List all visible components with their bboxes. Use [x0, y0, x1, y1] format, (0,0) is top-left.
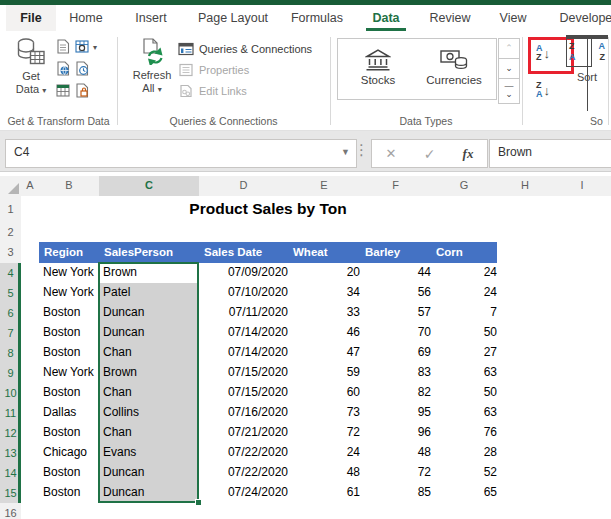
cell-F16[interactable] [360, 503, 432, 519]
table-cell-F5[interactable]: 56 [360, 283, 437, 304]
table-cell-B4[interactable]: New York [39, 263, 104, 284]
cell-E16[interactable] [288, 503, 361, 519]
table-cell-C11[interactable]: Collins [99, 403, 204, 424]
cell-H8[interactable] [497, 343, 554, 364]
table-cell-E13[interactable]: 24 [288, 443, 366, 464]
select-all-button[interactable] [0, 176, 22, 197]
table-cell-G12[interactable]: 76 [431, 423, 503, 444]
table-cell-D10[interactable]: 07/15/2020 [199, 383, 294, 404]
cell-I10[interactable] [553, 383, 611, 404]
table-cell-D8[interactable]: 07/14/2020 [199, 343, 294, 364]
cell-H9[interactable] [497, 363, 554, 384]
cell-H12[interactable] [497, 423, 554, 444]
table-cell-G4[interactable]: 24 [431, 263, 503, 284]
table-cell-F14[interactable]: 72 [360, 463, 437, 484]
table-cell-B15[interactable]: Boston [39, 483, 104, 504]
table-cell-D15[interactable]: 07/24/2020 [199, 483, 294, 504]
table-cell-B8[interactable]: Boston [39, 343, 104, 364]
table-cell-G14[interactable]: 52 [431, 463, 503, 484]
cell-A2[interactable] [21, 222, 40, 243]
fill-handle[interactable] [195, 499, 202, 506]
column-header-G[interactable]: G [431, 176, 498, 197]
cell-C16[interactable] [99, 503, 200, 519]
table-cell-D7[interactable]: 07/14/2020 [199, 323, 294, 344]
table-cell-F13[interactable]: 48 [360, 443, 437, 464]
cell-A3[interactable] [21, 242, 40, 264]
cell-I13[interactable] [553, 443, 611, 464]
cell-A16[interactable] [21, 503, 40, 519]
table-cell-F8[interactable]: 69 [360, 343, 437, 364]
cell-B2[interactable] [39, 222, 100, 243]
table-cell-B11[interactable]: Dallas [39, 403, 104, 424]
cell-A6[interactable] [21, 303, 40, 324]
cell-H3[interactable] [497, 242, 554, 264]
table-cell-B6[interactable]: Boston [39, 303, 104, 324]
table-cell-D4[interactable]: 07/09/2020 [199, 263, 294, 284]
table-cell-G11[interactable]: 63 [431, 403, 503, 424]
table-cell-B7[interactable]: Boston [39, 323, 104, 344]
table-cell-C5[interactable]: Patel [99, 283, 204, 304]
cell-I9[interactable] [553, 363, 611, 384]
cell-A13[interactable] [21, 443, 40, 464]
cell-H5[interactable] [497, 283, 554, 304]
table-cell-C13[interactable]: Evans [99, 443, 204, 464]
table-cell-F4[interactable]: 44 [360, 263, 437, 284]
table-cell-G7[interactable]: 50 [431, 323, 503, 344]
cell-D16[interactable] [199, 503, 289, 519]
table-cell-B13[interactable]: Chicago [39, 443, 104, 464]
column-header-D[interactable]: D [199, 176, 289, 197]
table-cell-C9[interactable]: Brown [99, 363, 204, 384]
cell-C2[interactable] [99, 222, 200, 243]
cell-A8[interactable] [21, 343, 40, 364]
table-cell-E7[interactable]: 46 [288, 323, 366, 344]
table-cell-C12[interactable]: Chan [99, 423, 204, 444]
table-cell-E6[interactable]: 33 [288, 303, 366, 324]
table-cell-C7[interactable]: Duncan [99, 323, 204, 344]
table-header-cell-F3[interactable]: Barley [360, 242, 437, 264]
cell-A14[interactable] [21, 463, 40, 484]
cell-H13[interactable] [497, 443, 554, 464]
table-cell-D9[interactable]: 07/15/2020 [199, 363, 294, 384]
cell-H14[interactable] [497, 463, 554, 484]
table-cell-F10[interactable]: 82 [360, 383, 437, 404]
cell-I15[interactable] [553, 483, 611, 504]
cell-D2[interactable] [199, 222, 289, 243]
table-cell-G5[interactable]: 24 [431, 283, 503, 304]
cell-G16[interactable] [431, 503, 498, 519]
cell-H6[interactable] [497, 303, 554, 324]
cell-I16[interactable] [553, 503, 611, 519]
table-cell-D5[interactable]: 07/10/2020 [199, 283, 294, 304]
cell-F2[interactable] [360, 222, 432, 243]
table-cell-E14[interactable]: 48 [288, 463, 366, 484]
table-cell-B10[interactable]: Boston [39, 383, 104, 404]
cell-H16[interactable] [497, 503, 554, 519]
cell-A1[interactable] [21, 196, 40, 223]
table-cell-G8[interactable]: 27 [431, 343, 503, 364]
table-header-cell-E3[interactable]: Wheat [288, 242, 366, 264]
cell-I7[interactable] [553, 323, 611, 344]
table-cell-E10[interactable]: 60 [288, 383, 366, 404]
table-cell-C6[interactable]: Duncan [99, 303, 204, 324]
table-cell-G13[interactable]: 28 [431, 443, 503, 464]
cell-A7[interactable] [21, 323, 40, 344]
table-cell-E12[interactable]: 72 [288, 423, 366, 444]
column-header-F[interactable]: F [360, 176, 432, 197]
cell-E2[interactable] [288, 222, 361, 243]
table-cell-E15[interactable]: 61 [288, 483, 366, 504]
cell-H2[interactable] [497, 222, 554, 243]
cell-I5[interactable] [553, 283, 611, 304]
table-cell-F11[interactable]: 95 [360, 403, 437, 424]
table-cell-C8[interactable]: Chan [99, 343, 204, 364]
table-cell-F15[interactable]: 85 [360, 483, 437, 504]
cell-I12[interactable] [553, 423, 611, 444]
cell-A5[interactable] [21, 283, 40, 304]
table-cell-F6[interactable]: 57 [360, 303, 437, 324]
cell-H15[interactable] [497, 483, 554, 504]
cell-I4[interactable] [553, 263, 611, 284]
table-cell-C4[interactable]: Brown [99, 263, 204, 284]
table-cell-E5[interactable]: 34 [288, 283, 366, 304]
table-cell-B12[interactable]: Boston [39, 423, 104, 444]
table-cell-G6[interactable]: 7 [431, 303, 503, 324]
table-cell-C15[interactable]: Duncan [99, 483, 204, 504]
table-header-cell-B3[interactable]: Region [39, 242, 105, 264]
